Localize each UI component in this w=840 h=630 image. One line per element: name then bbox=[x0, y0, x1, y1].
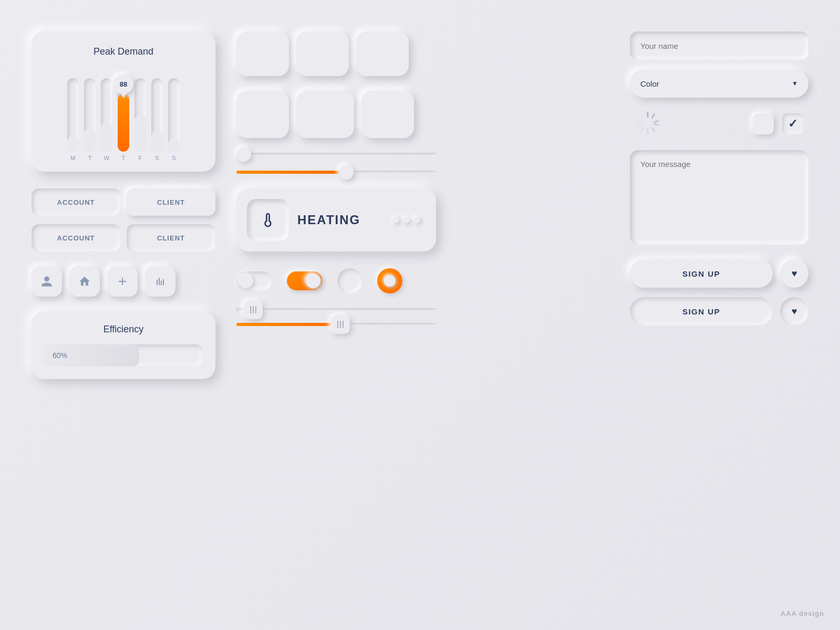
efficiency-progress-bar: 60% bbox=[44, 344, 203, 366]
peak-demand-card: Peak Demand M T bbox=[32, 32, 215, 172]
loader-checkbox-row: ✓ bbox=[630, 110, 808, 138]
client-tab-2[interactable]: CLIENT bbox=[127, 224, 215, 251]
svg-line-1 bbox=[652, 114, 655, 118]
checkmark-icon: ✓ bbox=[788, 117, 797, 131]
svg-line-7 bbox=[637, 124, 641, 125]
heart-icon-2: ♥ bbox=[792, 306, 797, 317]
range-handle-2[interactable] bbox=[331, 315, 350, 334]
dropdown-label: Color bbox=[640, 79, 792, 88]
message-textarea[interactable] bbox=[630, 150, 808, 245]
chart-area: M T W 88 bbox=[44, 67, 203, 161]
slider-1-section bbox=[236, 153, 436, 156]
heating-dots bbox=[393, 217, 420, 223]
middle-column: HEATING bbox=[236, 32, 436, 338]
tab-row-2: ACCOUNT CLIENT bbox=[32, 224, 215, 251]
chart-bar-s1: S bbox=[151, 78, 163, 161]
icon-btn-row bbox=[32, 266, 215, 297]
chart-bar-t1: T bbox=[84, 78, 96, 161]
account-tab-1[interactable]: ACCOUNT bbox=[32, 188, 120, 216]
signup-row-2: SIGN UP ♥ bbox=[630, 297, 808, 326]
efficiency-title: Efficiency bbox=[44, 324, 203, 335]
loader-spinner bbox=[635, 110, 660, 138]
svg-line-3 bbox=[655, 124, 658, 125]
signup-button-2[interactable]: SIGN UP bbox=[630, 297, 773, 326]
slider-2-track bbox=[236, 171, 436, 174]
range-handle-1[interactable] bbox=[244, 300, 263, 319]
peak-demand-title: Peak Demand bbox=[44, 46, 203, 57]
sq-btn-1[interactable] bbox=[236, 32, 289, 76]
chart-bar-t2-active: 88 T bbox=[118, 78, 129, 161]
range-track-1 bbox=[236, 308, 436, 311]
heart-button-1[interactable]: ♥ bbox=[780, 259, 808, 288]
range-slider-1 bbox=[236, 308, 436, 311]
add-icon bbox=[116, 275, 129, 288]
thermometer-icon-wrap bbox=[247, 199, 289, 241]
checkbox-unchecked[interactable] bbox=[753, 113, 774, 134]
chart-value-bubble: 88 bbox=[113, 74, 133, 94]
radio-toggle-2[interactable] bbox=[377, 268, 402, 293]
sq-btn-4[interactable] bbox=[236, 91, 289, 138]
efficiency-card: Efficiency 60% bbox=[32, 311, 215, 379]
sq-buttons-row1 bbox=[236, 32, 436, 76]
toggle-2[interactable] bbox=[287, 271, 323, 290]
add-icon-btn[interactable] bbox=[107, 266, 138, 297]
right-column: Color ▼ bbox=[630, 32, 808, 335]
chart-icon bbox=[154, 275, 167, 288]
client-tab-1[interactable]: CLIENT bbox=[127, 188, 215, 216]
dot-2 bbox=[403, 217, 410, 223]
chart-bar-f: F bbox=[134, 78, 146, 161]
heating-card: HEATING bbox=[236, 188, 436, 251]
left-column: Peak Demand M T bbox=[32, 32, 215, 379]
radio-toggle-1[interactable] bbox=[337, 268, 362, 293]
color-dropdown[interactable]: Color ▼ bbox=[630, 69, 808, 98]
person-icon-btn[interactable] bbox=[32, 266, 62, 297]
svg-line-9 bbox=[641, 114, 644, 118]
slider-1-thumb[interactable] bbox=[236, 147, 251, 162]
heating-label: HEATING bbox=[297, 213, 360, 227]
thermometer-icon bbox=[260, 212, 276, 228]
svg-line-2 bbox=[655, 121, 658, 122]
chart-icon-btn[interactable] bbox=[145, 266, 175, 297]
toggle-section bbox=[236, 268, 436, 293]
home-icon bbox=[78, 275, 91, 288]
account-tab-2[interactable]: ACCOUNT bbox=[32, 224, 120, 251]
heart-button-2[interactable]: ♥ bbox=[780, 297, 808, 326]
slider-2-section bbox=[236, 171, 436, 174]
slider-2-thumb[interactable] bbox=[339, 165, 354, 180]
dot-1 bbox=[393, 217, 399, 223]
signup-row-1: SIGN UP ♥ bbox=[630, 259, 808, 288]
chart-bar-m: M bbox=[67, 78, 79, 161]
sq-btn-6[interactable] bbox=[361, 91, 414, 138]
watermark: AAA design bbox=[781, 610, 824, 617]
toggle-1[interactable] bbox=[236, 271, 272, 290]
range-track-2 bbox=[236, 323, 436, 326]
tab-row-1: ACCOUNT CLIENT bbox=[32, 188, 215, 216]
svg-line-6 bbox=[641, 128, 644, 132]
svg-line-8 bbox=[637, 121, 641, 122]
sq-buttons-row2 bbox=[236, 91, 436, 138]
chart-bar-w: W bbox=[101, 78, 112, 161]
chevron-down-icon: ▼ bbox=[792, 80, 798, 87]
sq-btn-3[interactable] bbox=[356, 32, 409, 76]
checkbox-group: ✓ bbox=[753, 113, 803, 134]
chart-bar-s2: S bbox=[168, 78, 180, 161]
sq-btn-2[interactable] bbox=[296, 32, 349, 76]
checkbox-checked[interactable]: ✓ bbox=[782, 113, 803, 134]
signup-button-1[interactable]: SIGN UP bbox=[630, 259, 773, 288]
home-icon-btn[interactable] bbox=[69, 266, 100, 297]
person-icon bbox=[40, 275, 53, 288]
dot-3 bbox=[414, 217, 420, 223]
range-slider-2 bbox=[236, 323, 436, 326]
slider-1-track bbox=[236, 153, 436, 156]
efficiency-value: 60% bbox=[53, 351, 67, 360]
svg-line-4 bbox=[652, 128, 655, 132]
spinner-icon bbox=[635, 110, 660, 135]
sq-btn-5[interactable] bbox=[296, 91, 354, 138]
name-input[interactable] bbox=[630, 32, 808, 60]
heart-icon-1: ♥ bbox=[792, 268, 797, 279]
